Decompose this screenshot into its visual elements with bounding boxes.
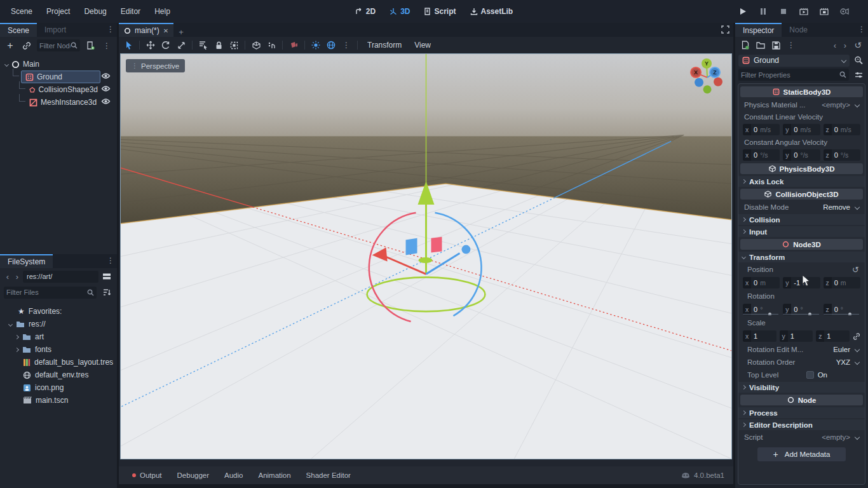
add-metadata-button[interactable]: + Add Metadata: [757, 447, 846, 461]
neg-y-ball[interactable]: [703, 85, 712, 93]
property-tools-icon[interactable]: [852, 69, 865, 81]
property-value[interactable]: Euler: [833, 346, 850, 353]
dock-menu-icon[interactable]: ⋮: [858, 25, 865, 34]
property-value[interactable]: YXZ: [836, 358, 850, 366]
tab-import[interactable]: Import: [37, 23, 74, 37]
tree-row-meshinstance3d[interactable]: MeshInstance3d: [0, 96, 117, 109]
3d-viewport[interactable]: X Z Y ⋮ Perspective: [120, 53, 732, 459]
top-level-checkbox[interactable]: [806, 371, 814, 379]
expand-icon[interactable]: [15, 347, 19, 351]
perspective-button[interactable]: ⋮ Perspective: [126, 59, 185, 72]
forward-button[interactable]: ›: [13, 272, 21, 281]
position-z-field[interactable]: z0m: [824, 277, 860, 288]
menu-scene[interactable]: Scene: [5, 4, 38, 18]
property-disable-mode[interactable]: Disable Mode Remove: [738, 201, 865, 214]
category-transform[interactable]: Transform: [738, 252, 865, 262]
scene-filter[interactable]: [37, 39, 80, 51]
history-icon[interactable]: ↺: [851, 39, 864, 51]
collapse-icon[interactable]: [4, 62, 9, 66]
preview-menu-icon[interactable]: ⋮: [339, 39, 353, 51]
tree-row-collisionshape3d[interactable]: CollisionShape3d: [0, 83, 117, 96]
neg-x-ball[interactable]: [714, 78, 722, 86]
list-select-button[interactable]: [196, 39, 210, 51]
file-filter-input[interactable]: [6, 288, 87, 296]
tab-node[interactable]: Node: [782, 23, 815, 37]
preview-sun-button[interactable]: [309, 39, 323, 51]
clv-z-field[interactable]: z0m/s: [824, 124, 860, 135]
visibility-eye-icon[interactable]: [101, 85, 111, 94]
tab-debugger[interactable]: Debugger: [170, 466, 217, 484]
file-filter[interactable]: [4, 287, 97, 299]
menu-help[interactable]: Help: [149, 4, 176, 18]
cav-x-field[interactable]: x0°/s: [743, 149, 780, 161]
play-button[interactable]: [737, 6, 749, 17]
view-menu[interactable]: View: [409, 41, 437, 50]
position-x-field[interactable]: x0m: [743, 277, 780, 288]
scale-mode-button[interactable]: [174, 39, 188, 51]
tab-audio[interactable]: Audio: [217, 466, 250, 484]
tab-inspector[interactable]: Inspector: [735, 23, 782, 37]
tab-scene[interactable]: Scene: [0, 23, 37, 37]
fs-row-icon-png[interactable]: icon.png: [0, 381, 117, 394]
dock-menu-icon[interactable]: ⋮: [107, 25, 114, 34]
save-resource-button[interactable]: [770, 39, 782, 51]
section-staticbody3d[interactable]: StaticBody3D: [740, 86, 863, 97]
movie-mode-button[interactable]: [839, 6, 850, 17]
visibility-eye-icon[interactable]: [101, 98, 111, 107]
property-value[interactable]: <empty>: [822, 433, 850, 441]
property-rotation-edit-mode[interactable]: Rotation Edit M... Euler: [738, 343, 865, 356]
back-button[interactable]: ‹: [4, 272, 11, 281]
scene-filter-input[interactable]: [39, 42, 71, 50]
scale-z-field[interactable]: z1: [816, 330, 850, 342]
split-view-icon[interactable]: [100, 270, 113, 283]
property-physics-material[interactable]: Physics Material ... <empty>: [738, 98, 865, 111]
fs-row-main-tscn[interactable]: main.tscn: [0, 394, 117, 407]
new-scene-tab-button[interactable]: +: [173, 27, 189, 37]
play-scene-button[interactable]: [798, 6, 810, 17]
scale-y-field[interactable]: y1: [780, 330, 813, 342]
rotate-mode-button[interactable]: [159, 39, 173, 51]
add-node-button[interactable]: +: [4, 39, 17, 52]
lock-button[interactable]: [212, 39, 226, 51]
expand-icon[interactable]: [15, 334, 19, 339]
select-mode-button[interactable]: [121, 39, 135, 51]
menu-project[interactable]: Project: [41, 4, 76, 18]
load-resource-button[interactable]: [754, 39, 767, 51]
scene-tab-main[interactable]: main(*) ✕: [119, 23, 173, 37]
new-resource-button[interactable]: [739, 39, 752, 51]
property-filter[interactable]: [738, 69, 849, 81]
fs-row-res[interactable]: res://: [0, 318, 117, 330]
tab-output[interactable]: Output: [125, 466, 169, 484]
property-value[interactable]: <empty>: [822, 101, 850, 109]
link-scale-icon[interactable]: [853, 332, 860, 341]
section-node[interactable]: Node: [740, 395, 863, 405]
category-editor-description[interactable]: Editor Description: [738, 419, 865, 430]
clv-y-field[interactable]: y0m/s: [783, 124, 820, 135]
group-button[interactable]: [227, 39, 241, 51]
fs-row-fonts[interactable]: fonts: [0, 343, 117, 356]
plane-handle-x[interactable]: [431, 237, 442, 253]
rotation-x-field[interactable]: x0°: [743, 304, 780, 315]
category-axis-lock[interactable]: Axis Lock: [738, 176, 865, 187]
path-field[interactable]: [23, 271, 98, 283]
path-input[interactable]: [27, 273, 95, 280]
tab-filesystem[interactable]: FileSystem: [0, 254, 53, 268]
property-script[interactable]: Script <empty>: [738, 431, 865, 444]
plane-handle-z[interactable]: [406, 238, 417, 255]
close-tab-icon[interactable]: ✕: [163, 27, 168, 34]
open-docs-button[interactable]: [852, 54, 865, 67]
play-custom-scene-button[interactable]: [818, 6, 830, 17]
category-process[interactable]: Process: [738, 407, 865, 418]
cav-z-field[interactable]: z0°/s: [824, 149, 860, 161]
fs-row-bus-layout[interactable]: default_bus_layout.tres: [0, 356, 117, 369]
section-collisionobject3d[interactable]: CollisionObject3D: [740, 189, 863, 200]
slider-knob[interactable]: [768, 313, 771, 315]
revert-icon[interactable]: ↺: [852, 265, 859, 274]
workspace-script-button[interactable]: Script: [420, 5, 459, 18]
visibility-eye-icon[interactable]: [101, 72, 111, 81]
instance-scene-button[interactable]: [20, 39, 33, 52]
attach-script-button[interactable]: [84, 39, 97, 52]
rotation-z-field[interactable]: z0°: [824, 304, 860, 315]
history-forward-button[interactable]: ›: [841, 41, 849, 50]
local-space-button[interactable]: [264, 39, 278, 51]
